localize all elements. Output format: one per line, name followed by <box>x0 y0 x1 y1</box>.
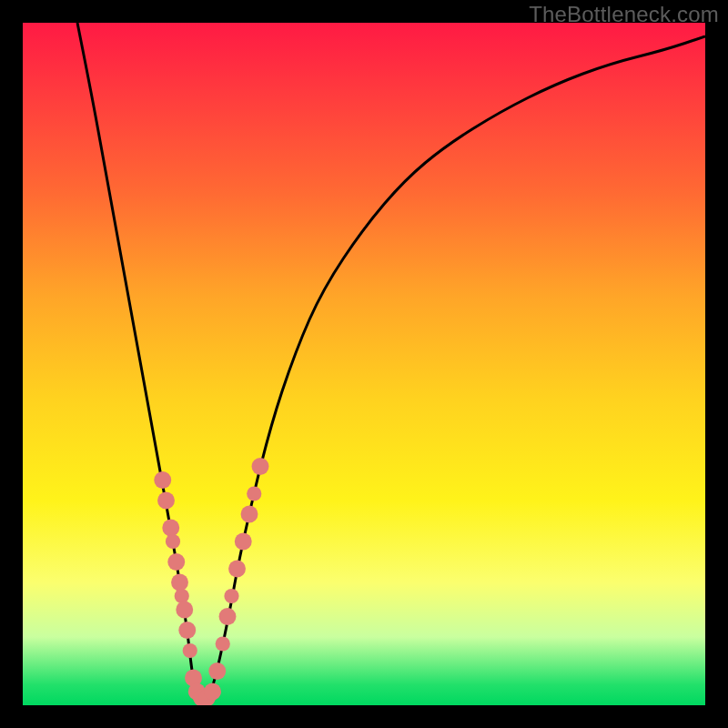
data-marker <box>216 636 230 651</box>
data-marker <box>154 471 171 489</box>
data-marker <box>157 492 175 510</box>
data-marker <box>208 662 226 680</box>
data-marker <box>171 574 188 592</box>
data-marker <box>176 602 193 619</box>
marker-group <box>154 458 268 705</box>
chart-svg <box>23 23 705 705</box>
data-marker <box>183 643 197 658</box>
data-marker <box>252 458 269 475</box>
data-marker <box>241 506 258 523</box>
data-marker <box>247 486 261 500</box>
data-marker <box>167 553 185 571</box>
chart-area <box>23 23 705 705</box>
data-marker <box>228 561 246 578</box>
data-marker <box>178 622 196 639</box>
data-marker <box>235 533 252 551</box>
data-marker <box>219 608 237 625</box>
data-marker <box>166 534 180 549</box>
data-marker <box>175 589 189 603</box>
data-marker <box>224 589 238 603</box>
data-marker <box>162 520 179 537</box>
data-marker <box>204 683 221 701</box>
bottleneck-curve <box>77 23 705 699</box>
